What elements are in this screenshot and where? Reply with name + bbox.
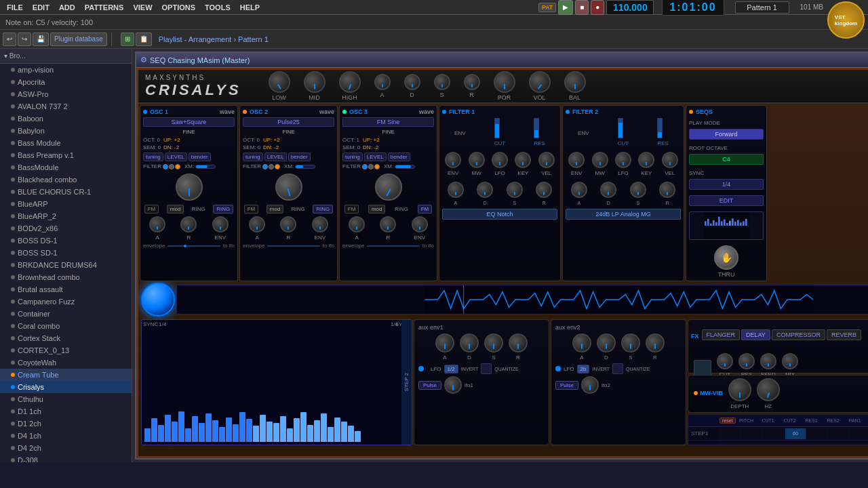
lfo1-invert-box[interactable] [481,363,492,374]
aux1-a-knob[interactable] [435,333,454,352]
filter2-vel-knob[interactable] [662,152,678,168]
d-knob[interactable] [404,74,420,90]
rec-btn[interactable]: ● [591,0,604,15]
osc3-r-knob[interactable] [380,216,396,232]
osc2-center-knob[interactable] [275,174,302,201]
bal-knob[interactable] [564,71,586,93]
sidebar-item-amp-vision[interactable]: amp-vision [0,64,132,76]
seq-bar-5[interactable] [178,411,184,442]
seq-bar-1[interactable] [151,418,157,442]
seq-bar-11[interactable] [219,427,225,442]
osc2-fdot2[interactable] [269,164,274,169]
filter2-r-knob[interactable] [659,182,675,198]
step-cell-r1-c0[interactable] [719,441,741,445]
aux1-d-knob[interactable] [460,333,479,352]
pattern-display[interactable]: Pattern 1 [735,1,789,14]
seq-bar-18[interactable] [267,422,273,442]
filter1-s-knob[interactable] [507,182,523,198]
toolbar-plugin-db[interactable]: Plugin database [50,33,107,46]
osc1-center-knob[interactable] [176,174,203,201]
seq-bar-3[interactable] [165,415,171,442]
filter1-key-knob[interactable] [515,152,531,168]
sidebar-item-bodv2_x86[interactable]: BODv2_x86 [0,222,132,235]
seq-bar-23[interactable] [300,412,307,442]
sidebar-item-cortex-stack[interactable]: Cortex Stack [0,332,132,344]
filter1-env-knob[interactable] [445,152,461,168]
fx-feed-knob[interactable] [760,353,776,369]
osc2-bender-btn[interactable]: bender [288,152,311,161]
sidebar-item-boss-sd-1[interactable]: BOSS SD-1 [0,247,132,259]
sidebar-item-bass-module[interactable]: Bass Module [0,137,132,149]
sidebar-item-blue-chorus-cr-1[interactable]: BLUE CHORUS CR-1 [0,186,132,198]
sidebar-item-bluearp[interactable]: BlueARP [0,198,132,210]
filter1-vel-knob[interactable] [538,152,555,168]
fx-tab-flanger[interactable]: FLANGER [702,329,741,340]
fx-tab-compressor[interactable]: COMPRESSOR [772,329,825,340]
osc3-a-knob[interactable] [349,216,365,232]
sidebar-item-avalon-737-2[interactable]: AVALON 737 2 [0,100,132,113]
osc3-wave-selector[interactable]: FM Sine [342,117,434,127]
osc1-fdot3[interactable] [175,164,180,169]
filter2-key-knob[interactable] [638,152,654,168]
sidebar-item-crisalys[interactable]: Crisalys [0,381,132,393]
osc3-level-btn[interactable]: LEVEL [364,152,387,161]
step-cell-r1-c5[interactable] [828,441,850,445]
mwvib-depth-knob[interactable] [728,378,751,401]
seq-bar-4[interactable] [172,422,178,442]
filter2-env-knob[interactable] [568,152,585,168]
osc2-level-btn[interactable]: LEVEL [264,152,287,161]
filter2-a-knob[interactable] [571,182,587,198]
osc1-fdot2[interactable] [169,164,174,169]
menu-item-tools[interactable]: TOOLS [201,3,235,12]
filter2-lfo-knob[interactable] [615,152,631,168]
sidebar-item-bluearp_2[interactable]: BlueARP_2 [0,210,132,222]
sidebar-item-baboon[interactable]: Baboon [0,113,132,125]
seq-bar-21[interactable] [287,428,293,442]
sidebar-item-brownhead-combo[interactable]: Brownhead combo [0,271,132,283]
filter1-r-knob[interactable] [536,182,552,198]
osc3-tuning-btn[interactable]: tuning [342,152,363,161]
fx-cut-knob[interactable] [717,353,733,369]
seq-bar-20[interactable] [280,416,286,442]
filter2-d-knob[interactable] [600,182,616,198]
osc3-fdot2[interactable] [368,164,374,169]
r-knob[interactable] [464,74,480,90]
seq-bar-22[interactable] [294,418,300,442]
osc1-fdot1[interactable] [163,164,168,169]
lfo2-val-btn[interactable]: 2b [577,365,590,373]
osc2-ring-btn[interactable]: RING [313,205,333,214]
bpm-display[interactable]: 110.000 [606,0,654,15]
fx-mix-knob[interactable] [782,353,798,369]
osc2-r-knob[interactable] [280,216,296,232]
sidebar-item-campanero-fuzz[interactable]: Campanero Fuzz [0,296,132,308]
osc1-r-knob[interactable] [180,216,197,232]
seq-bar-24[interactable] [307,425,313,442]
seq-bar-8[interactable] [199,423,205,442]
seq-bar-31[interactable] [355,431,361,442]
menu-item-add[interactable]: ADD [55,3,79,12]
sidebar-item-d4-1ch[interactable]: D4 1ch [0,430,132,442]
osc3-bender-btn[interactable]: bender [388,152,410,161]
step-reset-btn[interactable]: reset [719,418,736,424]
seq-bar-29[interactable] [341,422,347,442]
lfo2-quantize-knob[interactable] [581,376,599,394]
sidebar-item-d4-2ch[interactable]: D4 2ch [0,442,132,454]
seq-bar-9[interactable] [205,413,212,442]
osc1-bender-btn[interactable]: bender [189,152,211,161]
step-cell-r1-c2[interactable] [763,441,785,445]
sidebar-item-cortex_0_13[interactable]: CORTEX_0_13 [0,344,132,357]
step-cell-r1-c6[interactable] [850,441,868,445]
mid-knob[interactable] [304,71,326,93]
filter1-a-knob[interactable] [448,182,464,198]
sidebar-item-brutal-assault[interactable]: Brutal assault [0,283,132,296]
sidebar-item-coral-combo[interactable]: Coral combo [0,320,132,332]
menu-item-file[interactable]: FILE [3,3,27,12]
lfo1-val-btn[interactable]: 1/2 [444,365,458,373]
lfo2-wave-selector[interactable]: Pulse [555,381,578,390]
high-knob[interactable] [339,71,361,93]
sidebar-item-d1-2ch[interactable]: D1 2ch [0,418,132,430]
seq-bar-26[interactable] [321,413,327,442]
sidebar-item-asw-pro[interactable]: ASW-Pro [0,88,132,100]
seq-bar-13[interactable] [233,424,239,442]
toolbar-arrange[interactable]: 📋 [136,33,152,46]
